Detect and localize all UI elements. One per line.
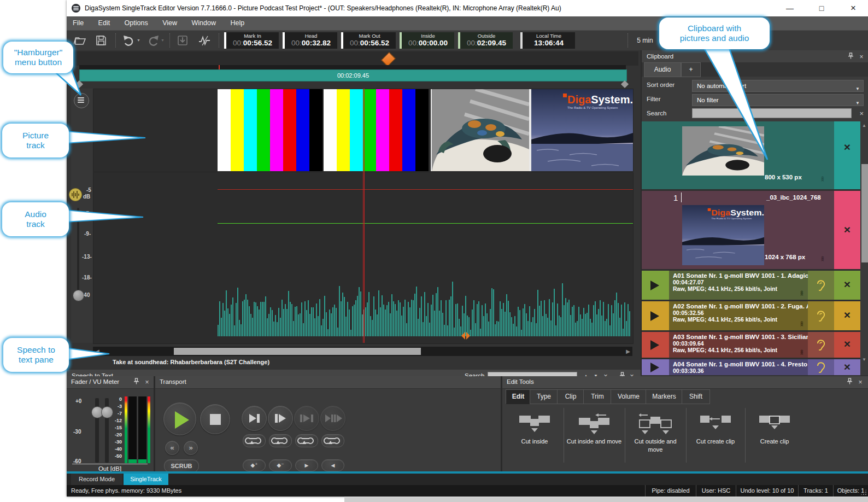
tab-trim[interactable]: Trim: [583, 389, 612, 404]
pin-icon[interactable]: [132, 378, 140, 387]
expand-icon[interactable]: »»: [798, 322, 805, 326]
loop-button-2[interactable]: [269, 434, 292, 447]
tool-create-clip[interactable]: Create clip: [747, 404, 802, 468]
tool-cut-outside-move[interactable]: Cut outside and move: [627, 404, 684, 468]
tab-singletrack[interactable]: SingleTrack: [124, 474, 168, 485]
remove-item-icon[interactable]: ×: [841, 224, 854, 237]
play-button[interactable]: [642, 359, 669, 375]
play-mark-to-mark-button[interactable]: [294, 406, 319, 431]
play-from-mark-button[interactable]: [268, 406, 293, 431]
undo-dropdown-caret[interactable]: ▼: [137, 38, 140, 42]
prelisten-ear-button[interactable]: [808, 271, 834, 300]
remove-item-icon[interactable]: ×: [841, 278, 854, 291]
volume-line[interactable]: [218, 223, 633, 224]
position-bar[interactable]: 00:02:09.45: [79, 69, 627, 81]
import-icon[interactable]: [176, 34, 189, 46]
horizontal-scrollbar[interactable]: ◀ ▶: [93, 347, 632, 356]
undo-icon[interactable]: [122, 34, 136, 46]
forward-button[interactable]: »: [184, 441, 198, 455]
stop-button[interactable]: [200, 404, 230, 434]
play-button[interactable]: [163, 402, 196, 435]
close-panel-icon[interactable]: ×: [856, 378, 865, 387]
scrollbar-thumb[interactable]: [174, 348, 421, 355]
soundhead-marker[interactable]: [381, 52, 396, 67]
bottom-scrollbar-strip[interactable]: [344, 497, 868, 502]
tool-cut-inside[interactable]: Cut inside: [508, 404, 561, 468]
waveform-tool-icon[interactable]: [198, 34, 211, 46]
audio-track-icon[interactable]: [69, 188, 82, 201]
fader-knob-right[interactable]: [101, 406, 113, 418]
pin-icon[interactable]: [846, 52, 855, 61]
tab-edit[interactable]: Edit: [506, 389, 531, 404]
menu-window[interactable]: Window: [185, 16, 221, 30]
remove-item-icon[interactable]: ×: [841, 141, 854, 154]
clipboard-scrollbar[interactable]: ▲ ▼: [860, 121, 868, 375]
menu-options[interactable]: Options: [119, 16, 154, 30]
pin-icon[interactable]: [845, 378, 854, 387]
maximize-button[interactable]: □: [809, 0, 834, 16]
tab-volume[interactable]: Volume: [611, 389, 647, 404]
tab-shift[interactable]: Shift: [682, 389, 710, 404]
tab-clip[interactable]: Clip: [557, 389, 584, 404]
redo-dropdown-caret[interactable]: ▼: [161, 38, 165, 42]
play-to-mark-button[interactable]: [242, 406, 267, 431]
minimize-button[interactable]: —: [777, 0, 802, 16]
play-button[interactable]: [642, 332, 669, 358]
play-button[interactable]: [642, 271, 669, 300]
prelisten-ear-button[interactable]: [808, 332, 834, 358]
zoom-5min-button[interactable]: 5 min: [632, 32, 658, 49]
loop-button-1[interactable]: [243, 434, 266, 447]
clipboard-item-audio-a03[interactable]: A03 Sonate Nr. 1 g-moll BWV 1001 - 3. Si…: [642, 332, 860, 358]
loop-button-3[interactable]: [295, 434, 318, 447]
clipboard-item-audio-a04[interactable]: A04 Sonate Nr. 1 g-moll BWV 1001 - 4. Pr…: [642, 359, 860, 375]
track-fader-knob[interactable]: [73, 290, 84, 301]
play-button[interactable]: [642, 301, 669, 330]
picture-clip-digasystem[interactable]: DigaSystem. The Radio & TV Operating Sys…: [530, 89, 633, 171]
remove-marker-button[interactable]: ◆⁻: [269, 459, 292, 471]
tool-cut-inside-move[interactable]: Cut inside and move: [566, 404, 623, 468]
play-around-mark-button[interactable]: [320, 406, 345, 431]
remove-item-icon[interactable]: ×: [841, 309, 854, 322]
menu-edit[interactable]: Edit: [92, 16, 116, 30]
scrollbar-thumb[interactable]: [861, 164, 868, 262]
expand-icon[interactable]: »»: [798, 351, 805, 355]
range-end-marker[interactable]: [621, 80, 629, 88]
prelisten-ear-button[interactable]: [808, 301, 834, 330]
next-marker-button[interactable]: ▶: [295, 459, 318, 471]
picture-clip-colorbars-2[interactable]: [324, 89, 429, 171]
add-marker-button[interactable]: ◆⁺: [243, 459, 266, 471]
rewind-button[interactable]: «: [165, 441, 179, 455]
picture-thumbnail-digasystem[interactable]: DigaSystem. The Radio & TV Operating Sys…: [682, 205, 764, 265]
prev-marker-button[interactable]: ◀: [321, 459, 344, 471]
tool-cut-create-clip[interactable]: Cut create clip: [688, 404, 743, 468]
close-panel-icon[interactable]: ×: [857, 52, 866, 61]
playhead-line[interactable]: [363, 89, 365, 343]
expand-icon[interactable]: »»: [819, 177, 825, 182]
tab-type[interactable]: Type: [530, 389, 558, 404]
expand-icon[interactable]: »»: [819, 257, 825, 261]
remove-item-icon[interactable]: ×: [841, 361, 854, 374]
close-panel-icon[interactable]: ×: [143, 378, 151, 387]
close-button[interactable]: ×: [841, 0, 866, 16]
menu-file[interactable]: File: [67, 16, 90, 30]
scrub-button[interactable]: SCRUB: [164, 459, 199, 472]
expand-icon[interactable]: »»: [798, 291, 805, 296]
loop-button-4[interactable]: [321, 434, 344, 447]
picture-clip-colorbars-1[interactable]: [218, 89, 322, 171]
clear-search-icon[interactable]: ×: [859, 109, 864, 118]
picture-clip-lizard[interactable]: [431, 89, 530, 171]
open-file-icon[interactable]: [74, 34, 87, 46]
overview-strip[interactable]: [79, 65, 626, 69]
clipboard-item-picture-2[interactable]: 1 _03_ibc_1024_768 DigaSystem. The Radio…: [642, 191, 860, 269]
menu-view[interactable]: View: [156, 16, 183, 30]
prelisten-ear-button[interactable]: [808, 359, 834, 375]
tab-audio[interactable]: Audio: [644, 62, 681, 77]
remove-item-icon[interactable]: ×: [841, 338, 854, 351]
menu-help[interactable]: Help: [224, 16, 250, 30]
redo-icon[interactable]: [146, 34, 160, 46]
tab-record-mode[interactable]: Record Mode: [71, 474, 122, 485]
clipboard-item-audio-a01[interactable]: A01 Sonate Nr. 1 g-moll BWV 1001 - 1. Ad…: [642, 271, 860, 300]
scroll-right-icon[interactable]: ▶: [626, 348, 630, 355]
save-icon[interactable]: [95, 34, 108, 46]
timeline-ruler[interactable]: [69, 51, 638, 66]
